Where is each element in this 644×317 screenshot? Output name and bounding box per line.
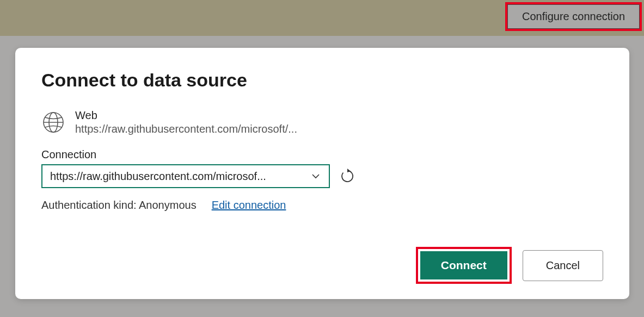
cancel-button[interactable]: Cancel [523,250,603,281]
connect-button-label: Connect [441,259,487,271]
connection-dropdown[interactable]: https://raw.githubusercontent.com/micros… [41,164,330,188]
chevron-down-icon [310,171,321,182]
edit-connection-link[interactable]: Edit connection [212,199,286,212]
connect-button-highlight: Connect [416,247,512,284]
authentication-row: Authentication kind: Anonymous Edit conn… [41,199,603,212]
configure-connection-label: Configure connection [522,10,625,22]
connection-selected-value: https://raw.githubusercontent.com/micros… [50,170,266,183]
globe-icon [41,110,65,134]
configure-connection-button[interactable]: Configure connection [507,4,640,29]
connect-button[interactable]: Connect [420,251,507,279]
configure-connection-highlight: Configure connection [505,2,642,31]
top-bar: Configure connection [0,0,644,37]
source-type-label: Web [75,109,297,122]
cancel-button-label: Cancel [546,259,580,271]
dialog-title: Connect to data source [41,70,603,91]
connect-dialog: Connect to data source Web https://raw.g… [15,48,629,299]
source-url-text: https://raw.githubusercontent.com/micros… [75,123,297,135]
refresh-icon[interactable] [340,169,355,184]
data-source-row: Web https://raw.githubusercontent.com/mi… [41,109,603,135]
connection-field-label: Connection [41,148,603,161]
dialog-button-row: Connect Cancel [416,247,603,284]
authentication-kind-text: Authentication kind: Anonymous [41,199,197,212]
